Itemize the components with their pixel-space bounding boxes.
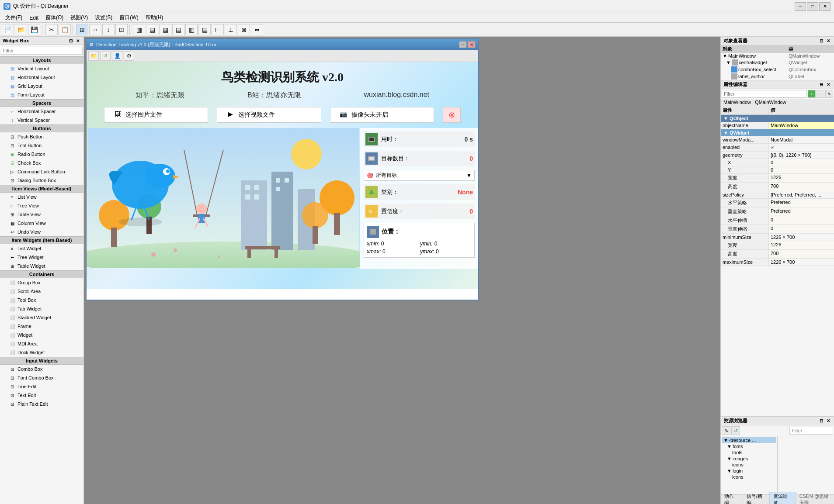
resource-browser-tab[interactable]: 资源浏览... [770, 492, 796, 504]
widget-box-filter-input[interactable] [1, 47, 83, 55]
prop-row-vpolicy[interactable]: 垂直策略 Preferred [721, 207, 834, 216]
stop-button[interactable]: ⊗ [443, 107, 461, 123]
resource-filter-input[interactable] [789, 427, 833, 435]
signal-slot-button[interactable]: ↔ [89, 24, 101, 35]
widget-editor-button[interactable]: ⊞ [76, 24, 88, 35]
select-video-button[interactable]: ▶ 选择视频文件 [217, 107, 321, 123]
res-row-images[interactable]: ▼ images [722, 456, 776, 462]
resource-edit-btn[interactable]: ✎ [722, 426, 730, 435]
camera-button[interactable]: 📷 摄像头未开启 [330, 107, 434, 123]
property-editor-float-btn[interactable]: ⊟ [818, 82, 824, 88]
widget-box-close-button[interactable]: ✕ [75, 38, 81, 44]
widget-item-command-link[interactable]: ▷ Command Link Button [0, 167, 83, 176]
resource-browser-close-btn[interactable]: ✕ [825, 418, 831, 424]
res-row-resource[interactable]: ▼ <resource ... [722, 437, 776, 443]
canvas-area[interactable]: 🖥 Detection Tracking v1.0 (思绪无限) - BirdD… [84, 37, 720, 504]
res-row-fonts[interactable]: ▼ fonts [722, 443, 776, 449]
copy-button[interactable]: 📋 [59, 24, 71, 35]
obj-row-mainwindow[interactable]: ▼ MainWindow QMainWindow [721, 53, 834, 59]
prop-row-x[interactable]: X 0 [721, 159, 834, 166]
widget-item-undo-view[interactable]: ↩ Undo View [0, 228, 83, 236]
prop-row-vstretch[interactable]: 垂直伸缩 0 [721, 225, 834, 234]
close-button[interactable]: ✕ [819, 2, 831, 11]
widget-item-tool-box[interactable]: ⬜ Tool Box [0, 296, 83, 304]
signal-slot-tab[interactable]: 信号/槽编... [743, 492, 770, 504]
prop-row-enabled[interactable]: enabled ✓ [721, 144, 834, 152]
obj-row-combobox[interactable]: comboBox_select QComboBox [721, 66, 834, 73]
qt-settings-button[interactable]: ⚙ [124, 51, 134, 61]
new-button[interactable]: 📄 [2, 24, 14, 35]
qt-user-button[interactable]: 👤 [112, 51, 122, 61]
prop-row-minheight[interactable]: 高度 700 [721, 250, 834, 259]
widget-item-check-box[interactable]: ☑ Check Box [0, 159, 83, 167]
widget-item-widget[interactable]: ⬜ Widget [0, 331, 83, 339]
prop-row-width[interactable]: 宽度 1226 [721, 174, 834, 183]
widget-item-grid-layout[interactable]: ▦ Grid Layout [0, 82, 83, 90]
property-editor-close-btn[interactable]: ✕ [825, 82, 831, 88]
widget-item-text-edit[interactable]: ⊡ Text Edit [0, 391, 83, 400]
widget-item-h-spacer[interactable]: ↔ Horizontal Spacer [0, 107, 83, 116]
cut-button[interactable]: ✂ [45, 24, 58, 35]
res-row-login-icons[interactable]: icons [722, 474, 776, 480]
widget-item-form-layout[interactable]: ▤ Form Layout [0, 90, 83, 99]
widget-item-dialog-button-box[interactable]: ⊡ Dialog Button Box [0, 176, 83, 185]
layout-v2-button[interactable]: ▤ [198, 24, 211, 35]
widget-item-tool-button[interactable]: ⊡ Tool Button [0, 141, 83, 150]
widget-item-radio-button[interactable]: ◉ Radio Button [0, 150, 83, 159]
widget-item-tree-widget[interactable]: ⊢ Tree Widget [0, 253, 83, 262]
qt-open-img-button[interactable]: 📁 [88, 51, 99, 61]
layout-v-button[interactable]: ▤ [146, 24, 158, 35]
widget-item-frame[interactable]: ⬜ Frame [0, 322, 83, 331]
category-spacers[interactable]: Spacers [0, 99, 83, 107]
menu-file[interactable]: 文件(F) [2, 13, 26, 22]
prop-row-minsize[interactable]: minimumSize 1226 × 700 [721, 234, 834, 241]
obj-row-centralwidget[interactable]: ▼ centralwidget QWidget [721, 59, 834, 66]
widget-item-list-view[interactable]: ≡ List View [0, 193, 83, 201]
target-dropdown[interactable]: 🎯 所有目标 ▼ [364, 170, 475, 181]
layout-h2-button[interactable]: ▥ [185, 24, 198, 35]
select-image-button[interactable]: 🖼 选择图片文件 [104, 107, 208, 123]
widget-item-v-spacer[interactable]: ↕ Vertical Spacer [0, 116, 83, 124]
menu-edit[interactable]: Edit [26, 14, 42, 22]
property-remove-btn[interactable]: − [817, 90, 824, 98]
property-filter-input[interactable] [722, 90, 807, 98]
res-row-tools[interactable]: tools [722, 449, 776, 456]
category-input-widgets[interactable]: Input Widgets [0, 357, 83, 365]
prop-row-minwidth[interactable]: 宽度 1226 [721, 241, 834, 250]
widget-item-font-combo-box[interactable]: ⊡ Font Combo Box [0, 373, 83, 382]
menu-view[interactable]: 视图(V) [67, 13, 91, 22]
prop-row-hpolicy[interactable]: 水平策略 Preferred [721, 199, 834, 207]
layout-split-v-button[interactable]: ⊥ [225, 24, 237, 35]
res-row-login[interactable]: ▼ login [722, 468, 776, 474]
category-item-views[interactable]: Item Views (Model-Based) [0, 185, 83, 193]
widget-item-horizontal-layout[interactable]: ▥ Horizontal Layout [0, 73, 83, 82]
prop-row-sizepolicy[interactable]: sizePolicy [Preferred, Preferred, ... [721, 191, 834, 199]
category-layouts[interactable]: Layouts [0, 56, 83, 64]
widget-item-column-view[interactable]: ▦ Column View [0, 219, 83, 228]
prop-row-geometry[interactable]: geometry [(0, 0), 1226 × 700] [721, 152, 834, 159]
buddy-button[interactable]: ↕ [102, 24, 115, 35]
property-add-btn[interactable]: + [808, 90, 816, 98]
resource-refresh-btn[interactable]: ↺ [731, 426, 740, 435]
adjust-size-button[interactable]: ⇔ [251, 24, 263, 35]
open-button[interactable]: 📂 [15, 24, 27, 35]
object-inspector-close-btn[interactable]: ✕ [825, 38, 831, 44]
layout-form-button[interactable]: ▤ [172, 24, 184, 35]
widget-item-mdi-area[interactable]: ⬜ MDI Area [0, 339, 83, 348]
prop-row-y[interactable]: Y 0 [721, 166, 834, 174]
break-layout-button[interactable]: ⊠ [238, 24, 250, 35]
widget-item-tab-widget[interactable]: ⬜ Tab Widget [0, 304, 83, 313]
menu-help[interactable]: 帮助(H) [142, 13, 167, 22]
prop-row-height[interactable]: 高度 700 [721, 183, 834, 191]
prop-row-objectname[interactable]: objectName MainWindow [721, 122, 834, 129]
prop-row-windowmoda[interactable]: windowModa... NonModal [721, 136, 834, 144]
widget-item-group-box[interactable]: ⬜ Group Box [0, 278, 83, 287]
menu-form[interactable]: 窗体(O) [42, 13, 67, 22]
widget-item-stacked-widget[interactable]: ⬜ Stacked Widget [0, 313, 83, 322]
widget-item-scroll-area[interactable]: ⬜ Scroll Area [0, 287, 83, 296]
layout-h-button[interactable]: ▥ [133, 24, 145, 35]
widget-item-table-view[interactable]: ⊞ Table View [0, 210, 83, 219]
widget-item-vertical-layout[interactable]: ▤ Vertical Layout [0, 64, 83, 73]
widget-item-table-widget[interactable]: ⊞ Table Widget [0, 262, 83, 270]
action-editor-tab[interactable]: 动作编... [721, 492, 743, 504]
